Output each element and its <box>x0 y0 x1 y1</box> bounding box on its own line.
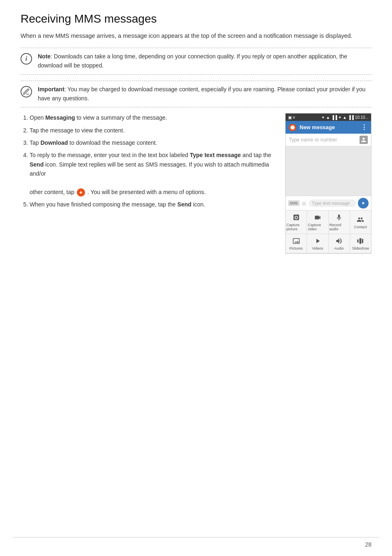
important-label: Important <box>38 86 65 93</box>
signal-icons: ✦ <box>321 115 325 120</box>
record-audio-label: Record audio <box>330 223 349 231</box>
videos-label: Videos <box>312 246 323 250</box>
slideshow-label: Slideshow <box>352 246 369 250</box>
capture-video-label: Capture video <box>308 223 327 231</box>
page-number: 28 <box>365 541 371 548</box>
page-bottom-line <box>12 537 380 537</box>
record-audio-option[interactable]: Record audio <box>329 211 350 234</box>
media-row-2: Pictures Videos Audio <box>286 234 371 253</box>
message-body <box>286 146 371 196</box>
media-options: Capture picture Capture video Record aud… <box>286 210 371 253</box>
phone-screenshot: ▣ ≡ ✦ ▲ ▐▐ ✦ ▲ ▐▐ 10:10... New message ⋮ <box>285 113 371 254</box>
important-icon <box>21 86 32 97</box>
step-3-bold: Download <box>40 139 68 146</box>
note-box: i Note: Downloads can take a long time, … <box>21 48 371 74</box>
sms-label: SMS <box>288 200 300 206</box>
steps-list: Open Messaging to view a summary of the … <box>21 113 277 209</box>
step-5-bold: Send <box>178 201 191 208</box>
microphone-icon <box>334 213 344 222</box>
camera-icon <box>292 213 301 222</box>
step-1: Open Messaging to view a summary of the … <box>30 113 277 122</box>
important-body: : You may be charged to download message… <box>38 86 366 102</box>
svg-point-0 <box>291 125 295 130</box>
note-icon: i <box>21 53 32 65</box>
phone-status-bar: ▣ ≡ ✦ ▲ ▐▐ ✦ ▲ ▐▐ 10:10... <box>286 114 371 121</box>
add-content-icon: + <box>77 188 85 197</box>
status-icons-left: ▣ ≡ <box>288 115 295 120</box>
step-1-bold: Messaging <box>45 114 75 121</box>
time-display: ✦ ▲ ▐▐ 10:10... <box>338 115 369 120</box>
note-label: Note <box>38 53 51 60</box>
videos-option[interactable]: Videos <box>307 234 328 253</box>
emoji-icon[interactable]: ☺ <box>301 200 307 206</box>
video-camera-icon <box>313 213 322 222</box>
back-button[interactable] <box>289 124 296 131</box>
type-message-input[interactable]: Type text message <box>309 199 356 207</box>
note-body: : Downloads can take a long time, depend… <box>38 53 347 69</box>
media-row-1: Capture picture Capture video Record aud… <box>286 211 371 234</box>
intro-paragraph: When a new MMS message arrives, a messag… <box>21 31 371 40</box>
send-button[interactable] <box>358 198 369 208</box>
steps-column: Open Messaging to view a summary of the … <box>21 113 277 213</box>
phone-title-bar: New message ⋮ <box>286 121 371 134</box>
pictures-label: Pictures <box>289 246 303 250</box>
battery-icon: ▐▐ <box>331 115 337 120</box>
status-right: ✦ ▲ ▐▐ ✦ ▲ ▐▐ 10:10... <box>321 115 369 120</box>
contact-picker-icon[interactable] <box>360 136 368 144</box>
capture-picture-label: Capture picture <box>286 223 306 231</box>
signal-bars: ▲ <box>326 115 330 120</box>
capture-video-option[interactable]: Capture video <box>307 211 328 234</box>
step-4: To reply to the message, enter your text… <box>30 151 277 197</box>
page-title: Receiving MMS messages <box>21 12 371 25</box>
step-2: Tap the message to view the content. <box>30 126 277 135</box>
pictures-icon <box>292 236 301 246</box>
slideshow-option[interactable]: Slideshow <box>350 234 371 253</box>
contact-label: Contact <box>354 225 367 229</box>
audio-option[interactable]: Audio <box>329 234 350 253</box>
pictures-option[interactable]: Pictures <box>286 234 307 253</box>
capture-picture-option[interactable]: Capture picture <box>286 211 307 234</box>
recipient-bar[interactable]: Type name or number <box>286 134 371 146</box>
recipient-input[interactable]: Type name or number <box>289 137 357 143</box>
audio-icon <box>334 236 344 246</box>
step-5: When you have finished composing the mes… <box>30 200 277 209</box>
important-text: Important: You may be charged to downloa… <box>38 85 371 103</box>
play-icon <box>313 236 322 246</box>
slideshow-icon <box>356 236 365 246</box>
step-4-bold1: Type text message <box>190 152 241 158</box>
note-text: Note: Downloads can take a long time, de… <box>38 52 371 70</box>
overflow-menu-icon[interactable]: ⋮ <box>361 123 368 131</box>
status-left: ▣ ≡ <box>288 115 295 120</box>
contact-option[interactable]: Contact <box>350 211 371 234</box>
step-4-bold2: Send <box>30 161 44 168</box>
audio-label: Audio <box>334 246 344 250</box>
step-3: Tap Download to download the message con… <box>30 138 277 147</box>
contact-icon <box>356 215 365 224</box>
message-input-bar: SMS ☺ Type text message <box>286 196 371 210</box>
messaging-title: New message <box>300 124 357 130</box>
important-box: Important: You may be charged to downloa… <box>21 81 371 107</box>
